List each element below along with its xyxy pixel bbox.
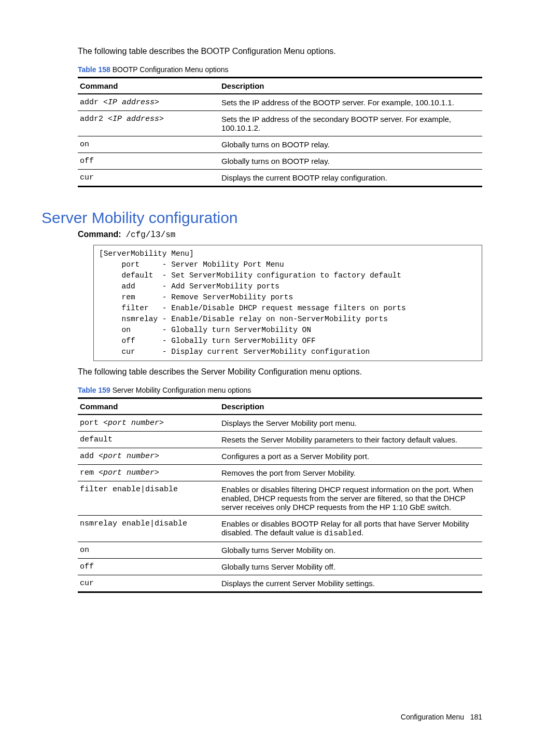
- desc-text: Removes the port from Server Mobility.: [219, 465, 482, 481]
- table-row: nsmrelay enable|disable Enables or disab…: [78, 516, 482, 542]
- table-158-caption: Table 158 BOOTP Configuration Menu optio…: [78, 65, 482, 74]
- desc-text: Sets the IP address of the secondary BOO…: [219, 111, 482, 136]
- cmd-arg: <IP address>: [103, 98, 159, 107]
- table-158: Command Description addr <IP address> Se…: [78, 77, 482, 187]
- desc-text: Displays the Server Mobility port menu.: [219, 414, 482, 432]
- desc-text: Resets the Server Mobility parameters to…: [219, 432, 482, 448]
- desc-text: Sets the IP address of the BOOTP server.…: [219, 94, 482, 111]
- desc-text: Configures a port as a Server Mobility p…: [219, 448, 482, 465]
- page: The following table describes the BOOTP …: [0, 0, 560, 747]
- table-158-label: Table 158: [78, 65, 110, 74]
- cmd-arg: <port number>: [99, 468, 159, 477]
- desc-text: Displays the current BOOTP relay configu…: [219, 170, 482, 187]
- cmd-text: rem: [80, 468, 99, 477]
- cmd-text: off: [78, 153, 219, 170]
- cmd-text: off: [78, 559, 219, 575]
- table-159-label: Table 159: [78, 386, 110, 394]
- cmd-text: on: [78, 542, 219, 559]
- table-158-header-description: Description: [219, 78, 482, 94]
- desc-text: Globally turns on BOOTP relay.: [219, 136, 482, 153]
- table-row: rem <port number> Removes the port from …: [78, 465, 482, 481]
- server-mobility-menu-box: [ServerMobility Menu] port - Server Mobi…: [93, 245, 482, 361]
- table-row: filter enable|disable Enables or disable…: [78, 481, 482, 516]
- desc-text: Globally turns on BOOTP relay.: [219, 153, 482, 170]
- cmd-text: filter enable|disable: [78, 481, 219, 516]
- desc-mono: disabled: [324, 529, 361, 538]
- table-row: addr <IP address> Sets the IP address of…: [78, 94, 482, 111]
- intro-text-2: The following table describes the Server…: [78, 367, 482, 377]
- table-row: add <port number> Configures a port as a…: [78, 448, 482, 465]
- table-159-header-command: Command: [78, 398, 219, 415]
- table-row: off Globally turns on BOOTP relay.: [78, 153, 482, 170]
- intro-text-1: The following table describes the BOOTP …: [78, 47, 482, 56]
- cmd-text: nsmrelay enable|disable: [78, 516, 219, 542]
- cmd-arg: <IP address>: [108, 115, 164, 123]
- desc-post: .: [361, 528, 363, 537]
- desc-text: Globally turns Server Mobility off.: [219, 559, 482, 575]
- cmd-text: addr2: [80, 115, 108, 123]
- table-row: default Resets the Server Mobility param…: [78, 432, 482, 448]
- cmd-text: port: [80, 419, 103, 427]
- footer-page-number: 181: [470, 713, 482, 721]
- table-row: cur Displays the current Server Mobility…: [78, 575, 482, 592]
- command-value: /cfg/l3/sm: [125, 230, 175, 240]
- cmd-text: addr: [80, 98, 103, 107]
- page-footer: Configuration Menu 181: [401, 713, 482, 721]
- cmd-text: add: [80, 452, 99, 461]
- table-row: cur Displays the current BOOTP relay con…: [78, 170, 482, 187]
- desc-text: Enables or disables filtering DHCP reque…: [219, 481, 482, 516]
- desc-text: Globally turns Server Mobility on.: [219, 542, 482, 559]
- cmd-arg: <port number>: [103, 419, 164, 427]
- table-row: addr2 <IP address> Sets the IP address o…: [78, 111, 482, 136]
- table-159-caption: Table 159 Server Mobility Configuration …: [78, 386, 482, 394]
- cmd-text: cur: [78, 170, 219, 187]
- table-row: off Globally turns Server Mobility off.: [78, 559, 482, 575]
- table-row: on Globally turns on BOOTP relay.: [78, 136, 482, 153]
- section-heading: Server Mobility configuration: [41, 209, 482, 227]
- table-row: port <port number> Displays the Server M…: [78, 414, 482, 432]
- cmd-text: default: [78, 432, 219, 448]
- command-line: Command: /cfg/l3/sm: [78, 230, 482, 240]
- table-158-header-command: Command: [78, 78, 219, 94]
- cmd-arg: <port number>: [99, 452, 159, 461]
- desc-text: Displays the current Server Mobility set…: [219, 575, 482, 592]
- desc-text: Enables or disables BOOTP Relay for all …: [219, 516, 482, 542]
- command-label: Command:: [78, 230, 121, 239]
- cmd-text: cur: [78, 575, 219, 592]
- cmd-text: on: [78, 136, 219, 153]
- table-row: on Globally turns Server Mobility on.: [78, 542, 482, 559]
- footer-section: Configuration Menu: [401, 713, 464, 721]
- table-159-header-description: Description: [219, 398, 482, 415]
- table-158-caption-text: BOOTP Configuration Menu options: [110, 65, 229, 74]
- table-159-caption-text: Server Mobility Configuration menu optio…: [110, 386, 251, 394]
- table-159: Command Description port <port number> D…: [78, 397, 482, 593]
